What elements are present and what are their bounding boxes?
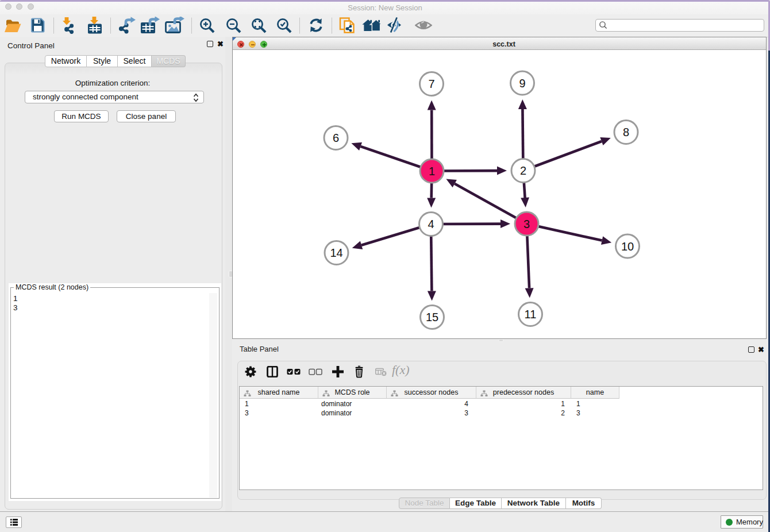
svg-text:14: 14 — [330, 246, 342, 259]
svg-text:3: 3 — [523, 218, 530, 230]
svg-text:6: 6 — [333, 132, 339, 144]
svg-text:15: 15 — [426, 311, 438, 323]
svg-text:8: 8 — [623, 126, 629, 138]
svg-text:11: 11 — [525, 308, 537, 321]
svg-text:7: 7 — [428, 78, 434, 90]
svg-text:10: 10 — [621, 240, 634, 253]
svg-text:1: 1 — [429, 165, 435, 178]
svg-text:9: 9 — [519, 77, 525, 90]
svg-text:4: 4 — [428, 218, 434, 230]
svg-text:2: 2 — [520, 164, 526, 177]
